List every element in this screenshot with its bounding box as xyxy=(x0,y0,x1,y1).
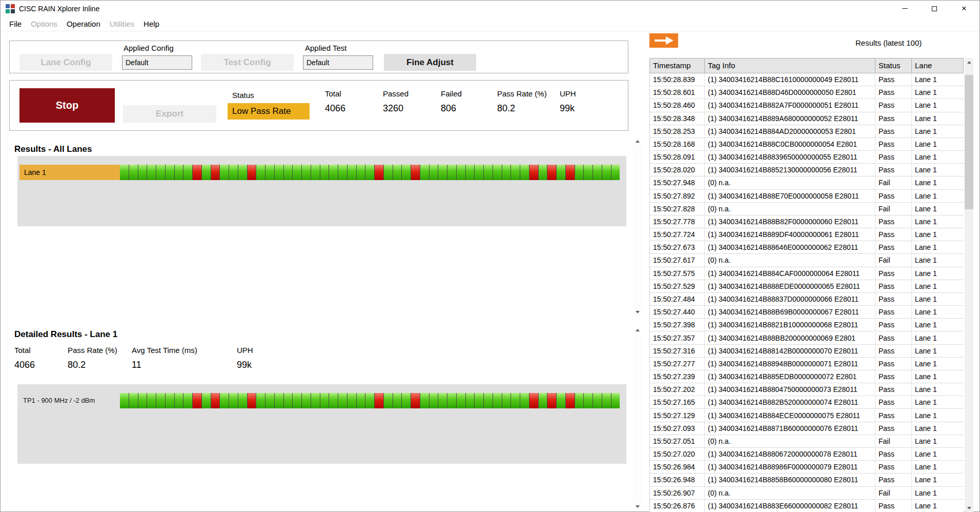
table-row[interactable]: 15:50:27.202(1) 34003416214B880475000000… xyxy=(650,383,964,396)
table-row[interactable]: 15:50:28.348(1) 34003416214B889A68000000… xyxy=(650,112,964,125)
table-row[interactable]: 15:50:27.892(1) 34003416214B88E70E000000… xyxy=(650,190,964,203)
result-segment-pass xyxy=(138,393,147,408)
cell-tag-info: (1) 34003416214B8821B10000000068 E28011 xyxy=(705,319,875,331)
table-row[interactable]: 15:50:27.778(1) 34003416214B88B82F000000… xyxy=(650,215,964,228)
table-row[interactable]: 15:50:27.575(1) 34003416214B884CAF000000… xyxy=(650,267,964,280)
scroll-track[interactable] xyxy=(965,67,973,504)
table-row[interactable]: 15:50:27.129(1) 34003416214B884ECE000000… xyxy=(650,409,964,422)
cell-lane: Lane 1 xyxy=(912,422,964,435)
results-scrollbar[interactable] xyxy=(965,58,973,512)
scroll-down-icon[interactable] xyxy=(633,502,642,511)
result-segment-pass xyxy=(311,165,320,180)
table-row[interactable]: 15:50:26.984(1) 34003416214B88986F000000… xyxy=(650,461,964,474)
scroll-up-icon[interactable] xyxy=(633,137,642,146)
cell-status: Pass xyxy=(875,215,912,228)
table-row[interactable]: 15:50:27.277(1) 34003416214B88948B000000… xyxy=(650,358,964,370)
scrollbar-detailed[interactable] xyxy=(633,326,642,511)
cell-timestamp: 15:50:26.907 xyxy=(650,487,705,499)
table-row[interactable]: 15:50:28.091(1) 34003416214B883965000000… xyxy=(650,151,964,164)
table-row[interactable]: 15:50:27.398(1) 34003416214B8821B1000000… xyxy=(650,319,964,331)
scroll-up-icon[interactable] xyxy=(633,326,642,334)
table-row[interactable]: 15:50:27.724(1) 34003416214B889DF4000000… xyxy=(650,228,964,241)
menu-item-help[interactable]: Help xyxy=(139,17,164,31)
scroll-up-icon[interactable] xyxy=(965,58,973,67)
close-button[interactable]: ✕ xyxy=(949,1,979,16)
scroll-track[interactable] xyxy=(633,334,642,502)
status-badge: Low Pass Rate xyxy=(228,103,310,120)
result-segment-pass xyxy=(175,165,183,180)
result-segment-pass xyxy=(511,393,520,408)
table-row[interactable]: 15:50:27.020(1) 34003416214B880672000000… xyxy=(650,448,964,461)
table-row[interactable]: 15:50:28.601(1) 34003416214B88D46D000000… xyxy=(650,86,964,99)
table-row[interactable]: 15:50:28.168(1) 34003416214B88C0CB000000… xyxy=(650,138,964,151)
maximize-button[interactable] xyxy=(920,1,949,16)
app-icon[interactable] xyxy=(6,4,15,13)
table-row[interactable]: 15:50:27.093(1) 34003416214B8871B6000000… xyxy=(650,422,964,435)
table-row[interactable]: 15:50:27.828(0) n.a.FailLane 1 xyxy=(650,203,964,215)
lane-label[interactable]: Lane 1 xyxy=(19,165,120,180)
result-segment-pass xyxy=(284,393,293,408)
cell-status: Pass xyxy=(875,267,912,280)
scrollbar-all-lanes[interactable] xyxy=(633,137,642,317)
menu-item-file[interactable]: File xyxy=(5,17,26,31)
stop-button[interactable]: Stop xyxy=(19,88,115,123)
table-row[interactable]: 15:50:27.617(0) n.a.FailLane 1 xyxy=(650,254,964,267)
result-segment-fail xyxy=(547,393,556,408)
column-header-tag-info[interactable]: Tag Info xyxy=(705,58,875,73)
table-row[interactable]: 15:50:27.484(1) 34003416214B88837D000000… xyxy=(650,293,964,306)
stat-value: 11 xyxy=(132,360,237,370)
result-segment-pass xyxy=(611,393,620,408)
results-table-header: TimestampTag InfoStatusLane xyxy=(649,58,964,73)
control-stats: Total4066Passed3260Failed806Pass Rate (%… xyxy=(325,89,596,114)
table-row[interactable]: 15:50:28.460(1) 34003416214B882A7F000000… xyxy=(650,99,964,112)
table-row[interactable]: 15:50:27.673(1) 34003416214B88646E000000… xyxy=(650,241,964,254)
table-row[interactable]: 15:50:27.165(1) 34003416214B882B52000000… xyxy=(650,396,964,409)
test-config-button[interactable]: Test Config xyxy=(201,54,294,71)
table-row[interactable]: 15:50:26.876(1) 34003416214B883E66000000… xyxy=(650,500,964,512)
table-row[interactable]: 15:50:26.948(1) 34003416214B8858B6000000… xyxy=(650,474,964,486)
lane-config-button[interactable]: Lane Config xyxy=(19,54,112,71)
column-header-status[interactable]: Status xyxy=(875,58,912,73)
cell-tag-info: (0) n.a. xyxy=(705,487,875,499)
cell-status: Pass xyxy=(875,448,912,460)
minimize-button[interactable] xyxy=(890,1,920,16)
table-row[interactable]: 15:50:28.020(1) 34003416214B885213000000… xyxy=(650,164,964,176)
table-row[interactable]: 15:50:27.440(1) 34003416214B88B69B000000… xyxy=(650,306,964,319)
stat-value: 3260 xyxy=(383,103,441,114)
cell-lane: Lane 1 xyxy=(912,319,964,331)
minimize-icon xyxy=(902,8,908,9)
scroll-track[interactable] xyxy=(633,146,642,308)
scroll-thumb[interactable] xyxy=(965,75,973,209)
table-row[interactable]: 15:50:26.907(0) n.a.FailLane 1 xyxy=(650,487,964,500)
result-segment-pass xyxy=(329,393,338,408)
menu-item-options[interactable]: Options xyxy=(26,17,62,31)
result-segment-pass xyxy=(447,393,456,408)
scroll-down-icon[interactable] xyxy=(965,504,973,512)
cell-lane: Lane 1 xyxy=(912,306,964,318)
cell-tag-info: (1) 34003416214B88C0CB0000000054 E2801 xyxy=(705,138,875,150)
menu-item-utilities[interactable]: Utilities xyxy=(105,17,139,31)
maximize-icon xyxy=(932,6,937,11)
fine-adjust-button[interactable]: Fine Adjust xyxy=(384,54,476,71)
cell-tag-info: (1) 34003416214B883E660000000082 E28011 xyxy=(705,500,875,512)
cell-lane: Lane 1 xyxy=(912,203,964,215)
table-row[interactable]: 15:50:27.051(0) n.a.FailLane 1 xyxy=(650,435,964,448)
table-row[interactable]: 15:50:28.839(1) 34003416214B88C161000000… xyxy=(650,73,964,86)
table-row[interactable]: 15:50:27.948(0) n.a.FailLane 1 xyxy=(650,176,964,189)
table-row[interactable]: 15:50:27.529(1) 34003416214B888EDE000000… xyxy=(650,280,964,293)
column-header-timestamp[interactable]: Timestamp xyxy=(650,58,705,73)
cell-tag-info: (0) n.a. xyxy=(705,176,875,189)
menu-item-operation[interactable]: Operation xyxy=(62,17,105,31)
table-row[interactable]: 15:50:27.316(1) 34003416214B88142B000000… xyxy=(650,345,964,358)
column-header-lane[interactable]: Lane xyxy=(912,58,964,73)
applied-config-input[interactable] xyxy=(122,55,192,70)
stat-pass-rate: Pass Rate (%)80.2 xyxy=(68,346,132,370)
table-row[interactable]: 15:50:27.239(1) 34003416214B885EDB000000… xyxy=(650,370,964,383)
table-row[interactable]: 15:50:27.357(1) 34003416214B88BB20000000… xyxy=(650,331,964,344)
table-row[interactable]: 15:50:28.253(1) 34003416214B884AD2000000… xyxy=(650,125,964,138)
applied-test-input[interactable] xyxy=(303,55,373,70)
result-segment-pass xyxy=(166,393,174,408)
scroll-down-icon[interactable] xyxy=(633,308,642,317)
tag-feed-icon[interactable] xyxy=(649,33,678,48)
export-button[interactable]: Export xyxy=(123,105,216,123)
